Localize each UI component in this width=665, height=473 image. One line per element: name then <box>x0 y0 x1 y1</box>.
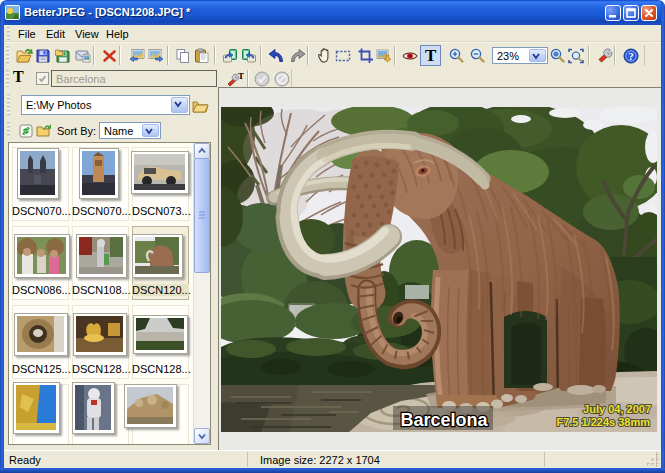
svg-text:T: T <box>238 71 244 81</box>
svg-text:Barcelona: Barcelona <box>400 410 488 430</box>
svg-text:F7.5 1/224s 38mm: F7.5 1/224s 38mm <box>556 416 650 428</box>
svg-text:July 04, 2007: July 04, 2007 <box>583 403 651 415</box>
svg-text:?: ? <box>628 50 634 62</box>
